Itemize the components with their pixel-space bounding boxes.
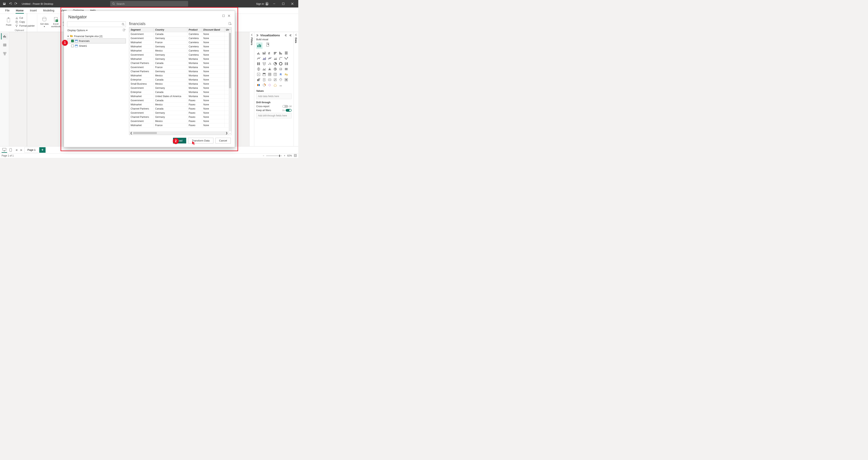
preview-options-icon[interactable] [228,22,231,26]
tree-item-financials[interactable]: financials [67,38,126,43]
column-header[interactable]: Discount Band [202,28,224,32]
table-row[interactable]: MidmarketGermanyMontanaNone [129,57,231,61]
table-row[interactable]: GovernmentGermanyCarreteraNone [129,53,231,57]
viz-type-0[interactable] [256,51,261,55]
viz-type-38[interactable] [267,83,272,87]
viz-type-8[interactable] [267,56,272,61]
viz-type-26[interactable] [267,72,272,76]
table-row[interactable]: GovernmentGermanyMontanaNone [129,86,231,90]
table-row[interactable]: Channel PartnersGermanyPaseoNone [129,115,231,119]
viz-type-28[interactable]: R [278,72,283,76]
table-row[interactable]: GovernmentMexicoPaseoNone [129,119,231,123]
navigator-search-input[interactable] [67,22,126,27]
mobile-layout-icon[interactable] [8,147,13,153]
keep-filters-toggle[interactable] [286,109,291,112]
data-pane-collapsed[interactable]: Data [293,32,298,149]
column-header[interactable]: Segment [129,28,154,32]
viz-type-33[interactable] [273,78,278,82]
menu-home[interactable]: Home [13,8,27,13]
viz-type-40[interactable] [278,83,283,87]
viz-type-17[interactable] [284,62,289,66]
report-view-icon[interactable] [1,33,8,39]
table-row[interactable]: Small BusinessMexicoMontanaNone [129,82,231,86]
format-visual-tab-icon[interactable] [265,42,270,49]
filters-pane-collapsed[interactable]: Filters [249,32,254,149]
refresh-icon[interactable] [123,29,125,32]
viz-type-2[interactable] [267,51,272,55]
table-row[interactable]: MidmarketUnited States of AmericaMontana… [129,94,231,98]
save-icon[interactable] [3,2,6,5]
data-view-icon[interactable] [1,42,8,48]
viz-type-11[interactable] [284,56,289,61]
table-row[interactable]: EnterpriseCanadaMontanaNone [129,90,231,94]
viz-type-36[interactable] [256,83,261,87]
viz-type-14[interactable] [267,62,272,66]
table-row[interactable]: GovernmentGermanyCarreteraNone [129,36,231,40]
viz-type-5[interactable] [284,51,289,55]
build-visual-tab-icon[interactable] [256,42,262,49]
viz-type-18[interactable] [256,67,261,71]
viz-type-35[interactable] [284,78,289,82]
table-row[interactable]: GovernmentCanadaCarreteraNone [129,32,231,36]
maximize-icon[interactable] [280,0,287,7]
expand-icon[interactable] [285,34,288,37]
table-row[interactable]: EnterpriseCanadaMontanaNone [129,78,231,82]
model-view-icon[interactable] [1,51,8,57]
column-header[interactable]: Country [154,28,187,32]
display-options-dropdown[interactable]: Display Options ▾ [67,29,88,32]
viz-type-9[interactable] [273,56,278,61]
prev-page-icon[interactable]: ◄ [14,148,19,152]
redo-icon[interactable] [14,2,18,5]
viz-type-3[interactable] [273,51,278,55]
vertical-scrollbar[interactable]: ⌃ ⌄ [229,32,231,131]
table-row[interactable]: Channel PartnersCanadaPaseoNone [129,107,231,111]
viz-type-6[interactable] [256,56,261,61]
dialog-maximize-icon[interactable] [222,14,225,18]
viz-type-23[interactable] [284,67,289,71]
values-field-well[interactable]: Add data fields here [256,94,291,99]
viz-type-13[interactable] [262,62,267,66]
viz-type-4[interactable] [278,51,283,55]
viz-type-12[interactable] [256,62,261,66]
viz-type-21[interactable] [273,67,278,71]
viz-type-16[interactable] [278,62,283,66]
table-row[interactable]: GovernmentGermanyPaseoNone [129,111,231,115]
search-input[interactable]: Search [110,1,188,6]
zoom-out-button[interactable]: − [263,154,264,157]
desktop-layout-icon[interactable] [2,147,7,153]
viz-type-10[interactable] [278,56,283,61]
viz-type-29[interactable]: Py [284,72,289,76]
dialog-close-icon[interactable] [228,14,230,18]
viz-type-15[interactable] [273,62,278,66]
table-row[interactable]: MidmarketFranceCarreteraNone [129,40,231,44]
undo-icon[interactable] [9,2,12,5]
viz-type-39[interactable] [273,83,278,87]
close-icon[interactable] [289,0,296,7]
viz-type-41[interactable] [284,83,289,87]
checkbox-sheet1[interactable] [71,44,74,47]
drillthrough-field-well[interactable]: Add drill-through fields here [256,113,291,118]
viz-type-24[interactable]: A [256,72,261,76]
table-row[interactable]: MidmarketMexicoPaseoNone [129,103,231,107]
tree-item-sheet1[interactable]: Sheet1 [67,43,126,48]
menu-file[interactable]: File [2,8,13,13]
viz-type-31[interactable] [262,78,267,82]
table-row[interactable]: MidmarketGermanyCarreteraNone [129,44,231,49]
next-page-icon[interactable]: ► [19,148,24,152]
menu-insert[interactable]: Insert [27,8,40,13]
viz-type-37[interactable] [262,83,267,87]
add-page-button[interactable]: + [39,147,45,153]
paste-button[interactable]: Paste [3,14,14,29]
tree-file-node[interactable]: ▾ Financial Sample.xlsx [2] [67,34,126,38]
signin-button[interactable]: Sign in [256,2,269,5]
page-tab-1[interactable]: Page 1 [25,147,38,153]
fit-to-page-icon[interactable] [294,154,297,157]
cancel-button[interactable]: Cancel [215,138,231,144]
viz-type-30[interactable] [256,78,261,82]
table-row[interactable]: GovernmentCanadaPaseoNone [129,98,231,103]
collapse-all-icon[interactable] [289,34,291,37]
table-row[interactable]: GovernmentFranceMontanaNone [129,65,231,69]
zoom-slider[interactable] [266,155,282,156]
table-row[interactable]: Channel PartnersCanadaMontanaNone [129,61,231,65]
collapse-icon[interactable] [256,34,259,37]
